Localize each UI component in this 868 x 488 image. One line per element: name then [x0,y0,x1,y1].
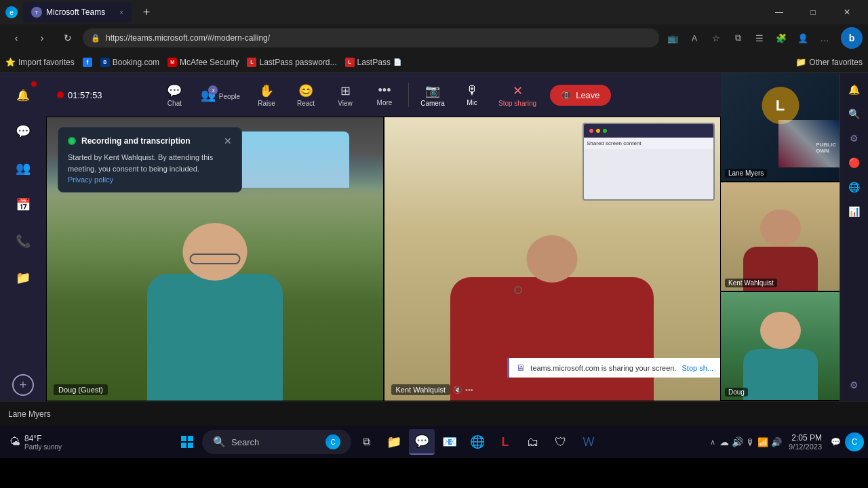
collections-icon[interactable]: ☰ [750,28,769,47]
edge-sidebar-icon-4[interactable]: 🔴 [844,152,865,174]
refresh-button[interactable]: ↻ [57,27,79,49]
bookmark-booking[interactable]: B Booking.com [100,58,159,67]
mcafee-favicon: M [167,58,177,67]
date-display: 9/12/2023 [789,443,822,451]
bookmark-mcafee[interactable]: M McAfee Security [167,58,239,67]
show-hidden-icons[interactable]: ∧ [709,436,717,448]
bookmark-label: McAfee Security [180,58,239,67]
wifi-icon[interactable]: 📶 [757,437,768,447]
kent-more-options-icon[interactable]: ••• [465,386,473,394]
read-aloud-icon[interactable]: A [685,28,704,47]
notification-center[interactable]: 💬 [829,437,842,447]
mic-tray-icon[interactable]: 🎙 [746,437,755,447]
taskbar-left: 🌤 84°F Partly sunny [4,431,67,453]
add-app-button[interactable]: + [12,374,34,396]
doug-head [182,223,247,281]
doug-person-figure [134,170,296,401]
task-view-button[interactable]: ⧉ [353,429,379,455]
taskbar-search-bar[interactable]: 🔍 Search C [202,430,351,454]
audio-icon[interactable]: 🔊 [732,436,743,447]
cortana-btn[interactable]: C [845,432,864,451]
taskbar-word[interactable]: W [576,429,601,455]
recording-transcription-notice: Recording and transcription ✕ Started by… [58,127,242,192]
windows-start-button[interactable] [174,429,200,455]
camera-btn-label: Camera [420,100,445,107]
bookmark-lastpass[interactable]: L LastPass password... [247,58,336,67]
sidebar-item-calendar[interactable]: 📅 [5,187,41,222]
edge-sidebar-toggle[interactable]: b [841,27,863,49]
taskbar-edge[interactable]: 🌐 [465,429,490,455]
bookmark-lastpass2[interactable]: L LastPass 📄 [345,58,401,67]
sidebar-item-activity[interactable]: 🔔 [5,77,41,113]
sidebar-item-calls[interactable]: 📞 [5,224,41,259]
taskbar-explorer[interactable]: 📁 [381,429,407,455]
edge-sidebar-icon-5[interactable]: 🌐 [844,176,865,198]
screen-share-icon: 🖥 [516,363,525,373]
public-text: PUBLICOWN [816,142,836,154]
favorites-icon[interactable]: ☆ [707,28,726,47]
settings-menu-icon[interactable]: … [815,28,834,47]
participant-card-lane: L PUBLICOWN Lane Myers [721,73,840,182]
address-bar-row: ‹ › ↻ 🔒 https://teams.microsoft.com/#/mo… [0,24,868,52]
recording-title: Recording and transcription [81,136,191,146]
screen-share-text: teams.microsoft.com is sharing your scre… [530,364,676,372]
screen-cast-icon[interactable]: 📺 [663,28,682,47]
edge-sidebar-icon-2[interactable]: 🔍 [844,103,865,125]
bookmarks-bar: ⭐ Import favorites f B Booking.com M McA… [0,52,868,73]
search-icon: 🔍 [213,436,226,448]
extensions-icon[interactable]: 🧩 [772,28,791,47]
raise-hand-button[interactable]: ✋ Raise [248,79,285,111]
system-clock[interactable]: 2:05 PM 9/12/2023 [785,432,826,452]
weather-widget[interactable]: 🌤 84°F Partly sunny [4,431,67,453]
mic-button[interactable]: 🎙 Mic [454,79,490,110]
bookmark-import-favorites[interactable]: ⭐ Import favorites [5,58,75,67]
close-button[interactable]: ✕ [831,0,863,24]
profile-icon[interactable]: 👤 [793,28,812,47]
back-button[interactable]: ‹ [5,27,27,49]
tab-close-btn[interactable]: × [119,9,123,16]
kent-sidebar-video [721,182,840,290]
edge-sidebar-icon-6[interactable]: 📊 [844,201,865,222]
meeting-toolbar: 01:57:53 💬 Chat 👥 3 People ✋ [46,73,721,117]
stop-share-banner-button[interactable]: Stop sh... [682,364,713,372]
chat-button[interactable]: 💬 Chat [156,79,193,111]
active-tab[interactable]: T Microsoft Teams × [23,2,132,22]
taskbar-outlook[interactable]: 📧 [437,429,462,455]
edge-sidebar-settings-icon[interactable]: ⚙ [844,374,865,396]
new-tab-button[interactable]: + [137,3,156,22]
participant-card-kent: Kent Wahlquist [721,182,840,291]
minimize-button[interactable]: — [764,0,795,24]
weather-icon: 🌤 [9,436,20,448]
leave-button[interactable]: 📵 Leave [550,85,610,106]
camera-button[interactable]: 📷 Camera [414,79,451,111]
edge-sidebar-icon-3[interactable]: ⚙ [844,127,865,149]
forward-button[interactable]: › [31,27,53,49]
taskbar-files[interactable]: 🗂 [520,429,546,455]
url-text: https://teams.microsoft.com/#/modern-cal… [106,33,651,43]
more-options-button[interactable]: ••• More [366,79,403,110]
bookmark-other-favorites[interactable]: 📁 Other favorites [795,57,863,67]
taskbar-teams[interactable]: 💬 [409,429,435,455]
recording-indicator-icon [68,137,76,145]
view-button[interactable]: ⊞ View [327,79,363,111]
edge-sidebar-icon-1[interactable]: 🔔 [844,79,865,100]
maximize-button[interactable]: □ [797,0,829,24]
address-box[interactable]: 🔒 https://teams.microsoft.com/#/modern-c… [83,28,659,47]
stop-sharing-button[interactable]: ✕ Stop sharing [493,79,542,111]
volume-icon[interactable]: 🔊 [771,437,782,447]
react-button[interactable]: 😊 React [288,79,324,111]
sidebar-item-files[interactable]: 📁 [5,260,41,296]
taskbar-lastpass[interactable]: L [492,429,518,455]
people-button[interactable]: 👥 3 People [195,83,245,106]
sidebar-item-teams[interactable]: 👥 [5,150,41,186]
network-icon[interactable]: ☁ [719,436,729,447]
activity-icon: 🔔 [16,89,30,102]
kent-head [527,235,578,283]
recording-notice-close[interactable]: ✕ [224,136,232,146]
sidebar-item-chat[interactable]: 💬 [5,114,41,149]
taskbar-antivirus[interactable]: 🛡 [548,429,574,455]
bookmark-facebook[interactable]: f [83,58,92,67]
privacy-policy-link[interactable]: Privacy policy [68,176,232,184]
split-screen-icon[interactable]: ⧉ [728,28,747,47]
chat-btn-label: Chat [167,100,182,107]
